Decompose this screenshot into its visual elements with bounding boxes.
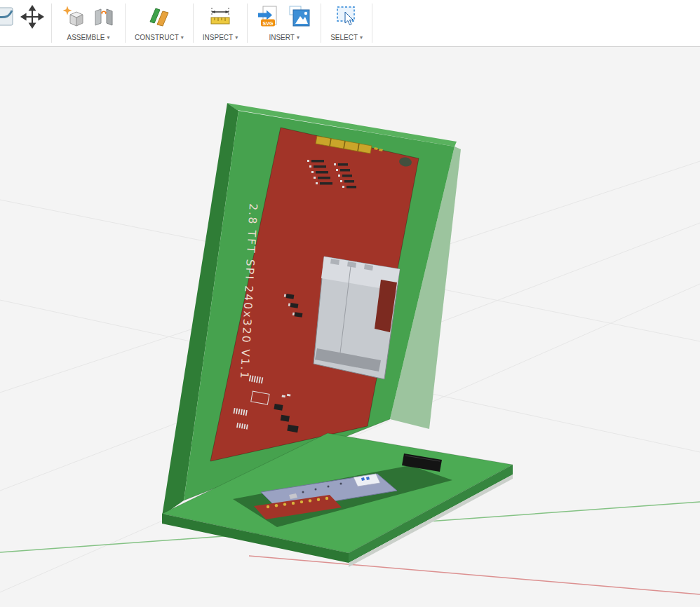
chevron-down-icon: ▾: [181, 35, 184, 41]
main-toolbar: ASSEMBLE ▾ CONSTRUCT ▾: [0, 0, 700, 47]
sd-card-holder: [314, 257, 400, 379]
measure-icon[interactable]: [208, 4, 232, 30]
chevron-down-icon: ▾: [107, 35, 109, 41]
toolbar-separator: [372, 4, 372, 43]
viewport-3d[interactable]: 2.8 TFT SPI 240x320 V1.1: [0, 47, 700, 607]
inspect-dropdown[interactable]: INSPECT ▾: [203, 34, 238, 43]
pan-move-icon[interactable]: [20, 5, 44, 31]
canvas-icon[interactable]: [288, 4, 311, 30]
chevron-down-icon: ▾: [360, 35, 363, 41]
insert-dropdown[interactable]: INSERT ▾: [269, 34, 299, 43]
viewport-canvas[interactable]: 2.8 TFT SPI 240x320 V1.1: [0, 47, 700, 607]
svg-badge-label: SVG: [263, 21, 274, 26]
new-component-icon[interactable]: [61, 4, 85, 30]
toolbar-left-tools: [0, 0, 51, 46]
group-label: INSERT: [269, 34, 295, 41]
assemble-dropdown[interactable]: ASSEMBLE ▾: [67, 34, 110, 43]
group-label: INSPECT: [203, 34, 233, 41]
toolbar-group-construct: CONSTRUCT ▾: [126, 0, 193, 46]
select-dropdown[interactable]: SELECT ▾: [330, 34, 363, 43]
axis-z-red: [249, 556, 700, 594]
chevron-down-icon: ▾: [297, 35, 299, 41]
group-label: ASSEMBLE: [67, 34, 105, 41]
joint-icon[interactable]: [92, 4, 116, 30]
toolbar-group-select: SELECT ▾: [321, 0, 372, 46]
toolbar-group-inspect: INSPECT ▾: [194, 0, 247, 46]
toolbar-group-insert: SVG INSERT ▾: [248, 0, 321, 46]
group-label: SELECT: [330, 34, 358, 41]
group-label: CONSTRUCT: [135, 34, 179, 41]
toolbar-group-assemble: ASSEMBLE ▾: [52, 0, 125, 46]
select-cursor-icon[interactable]: [335, 4, 358, 30]
chevron-down-icon: ▾: [235, 35, 238, 41]
construct-plane-icon[interactable]: [147, 4, 171, 30]
insert-svg-icon[interactable]: SVG: [257, 4, 281, 30]
surface-sheet-icon[interactable]: [0, 5, 15, 31]
construct-dropdown[interactable]: CONSTRUCT ▾: [135, 34, 184, 43]
